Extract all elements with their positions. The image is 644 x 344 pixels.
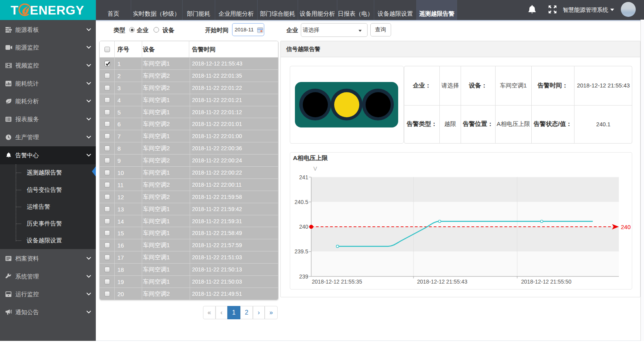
svg-text:240.5: 240.5 <box>295 199 308 205</box>
svg-text:2018-12-12 21:55:35: 2018-12-12 21:55:35 <box>312 279 362 285</box>
svg-text:241: 241 <box>299 174 309 180</box>
svg-text:2018-12-12 21:55:43: 2018-12-12 21:55:43 <box>417 279 467 285</box>
svg-text:V: V <box>313 166 317 172</box>
svg-text:240: 240 <box>299 224 309 230</box>
svg-text:239.5: 239.5 <box>295 248 308 255</box>
svg-text:2018-12-12 21:55:50: 2018-12-12 21:55:50 <box>521 279 571 285</box>
svg-text:240: 240 <box>621 224 631 230</box>
svg-text:239: 239 <box>299 273 309 280</box>
